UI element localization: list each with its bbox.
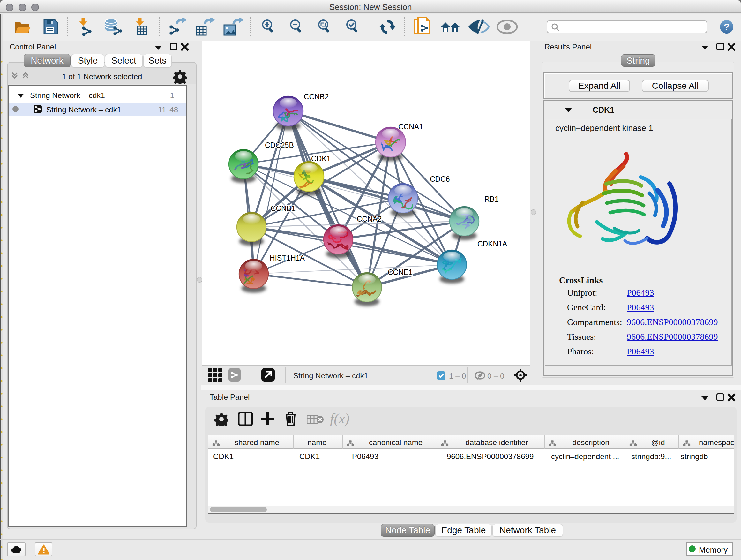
svg-text:CDC6: CDC6 [430, 175, 450, 183]
svg-text:CCNB2: CCNB2 [304, 92, 329, 101]
svg-text:HIST1H1A: HIST1H1A [270, 254, 305, 262]
svg-text:CDKN1A: CDKN1A [477, 240, 508, 248]
svg-text:CCNA1: CCNA1 [398, 123, 423, 131]
svg-text:CCNA2: CCNA2 [357, 215, 382, 223]
svg-text:CCNB1: CCNB1 [271, 204, 295, 212]
svg-text:CDC25B: CDC25B [265, 141, 294, 149]
svg-text:CDK1: CDK1 [311, 154, 331, 163]
svg-text:RB1: RB1 [484, 195, 499, 203]
svg-text:CCNE1: CCNE1 [388, 268, 413, 276]
